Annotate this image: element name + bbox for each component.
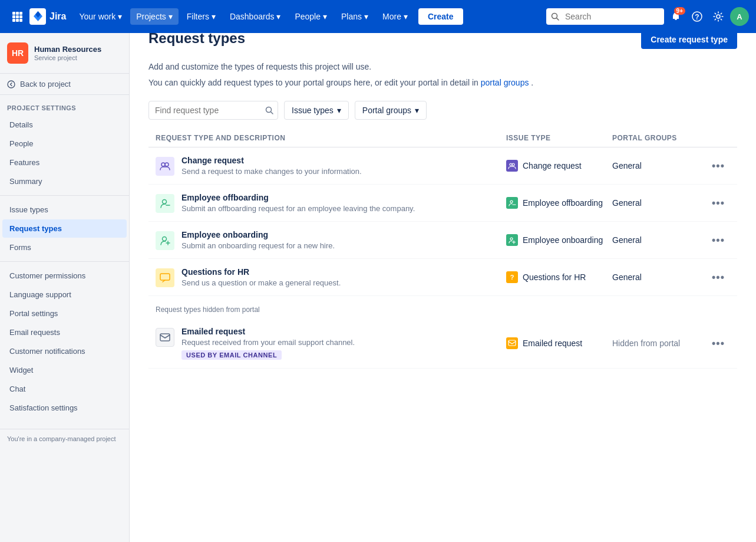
- chat-icon: [159, 272, 171, 284]
- search-filter[interactable]: [148, 101, 278, 120]
- hidden-section-label: Request types hidden from portal: [148, 296, 737, 318]
- issue-type-cell: Employee onboarding: [506, 234, 612, 246]
- svg-point-22: [163, 200, 167, 204]
- find-request-input[interactable]: [148, 101, 278, 120]
- issue-type-name: Change request: [523, 161, 582, 170]
- project-name: Human Resources: [34, 45, 101, 55]
- issue-type-cell: Change request: [506, 160, 612, 172]
- nav-more[interactable]: More ▾: [377, 8, 414, 25]
- nav-people[interactable]: People ▾: [289, 8, 333, 25]
- nav-filters[interactable]: Filters ▾: [181, 8, 222, 25]
- onboarding-icon: [156, 231, 174, 250]
- offboarding-icon: [156, 194, 174, 213]
- person-plus-icon: [159, 235, 171, 247]
- sidebar-item-chat[interactable]: Chat: [2, 380, 127, 383]
- more-options-button[interactable]: •••: [707, 232, 730, 249]
- nav-plans[interactable]: Plans ▾: [335, 8, 374, 25]
- request-type-cell: Change request Send a request to make ch…: [156, 156, 506, 176]
- portal-group: General: [612, 235, 707, 245]
- more-options-button[interactable]: •••: [707, 157, 730, 175]
- col-type-desc: Request type and description: [156, 134, 506, 142]
- nav-projects[interactable]: Projects ▾: [130, 8, 179, 25]
- chevron-down-icon: ▾: [323, 12, 327, 21]
- request-desc: Request received from your email support…: [181, 338, 355, 347]
- svg-rect-0: [12, 12, 15, 15]
- svg-rect-5: [19, 15, 22, 18]
- jira-logo[interactable]: Jira: [29, 8, 66, 25]
- search-icon: [265, 106, 273, 114]
- more-options-button[interactable]: •••: [707, 335, 730, 352]
- help-button[interactable]: ?: [688, 7, 707, 26]
- chevron-down-icon: ▾: [276, 12, 280, 21]
- sidebar-item-widget[interactable]: Widget: [2, 361, 127, 379]
- sidebar-item-people[interactable]: People: [2, 134, 127, 153]
- issue-type-name: Emailed request: [523, 339, 582, 348]
- sidebar-item-details[interactable]: Details: [2, 116, 127, 134]
- svg-point-29: [510, 238, 513, 240]
- sidebar-item-features[interactable]: Features: [2, 153, 127, 172]
- more-options-button[interactable]: •••: [707, 269, 730, 286]
- search-bar[interactable]: [546, 8, 664, 25]
- sidebar-item-language-support[interactable]: Language support: [2, 285, 127, 304]
- chevron-down-icon: ▾: [364, 12, 368, 21]
- request-type-cell: Questions for HR Send us a question or m…: [156, 267, 506, 287]
- sidebar-item-customer-permissions[interactable]: Customer permissions: [2, 267, 127, 285]
- svg-line-11: [557, 18, 559, 21]
- sidebar-item-summary[interactable]: Summary: [2, 172, 127, 190]
- sidebar-item-forms[interactable]: Forms: [2, 238, 127, 257]
- issue-type-icon: [506, 160, 518, 172]
- request-desc: Submit an onboarding request for a new h…: [181, 241, 335, 250]
- svg-rect-3: [12, 15, 15, 18]
- user-avatar[interactable]: A: [730, 7, 749, 26]
- sidebar-section-header: Project settings: [0, 95, 129, 115]
- notifications-button[interactable]: 9+: [666, 7, 685, 26]
- request-types-table: Request type and description Issue type …: [148, 129, 737, 369]
- main-content: Projects / Human Resources / Project set…: [130, 0, 756, 383]
- change-request-icon: [156, 157, 174, 176]
- people-icon: [159, 160, 171, 172]
- svg-rect-6: [12, 19, 15, 22]
- nav-dashboards[interactable]: Dashboards ▾: [224, 8, 287, 25]
- request-name: Emailed request: [181, 327, 355, 336]
- chevron-down-icon: ▾: [415, 106, 419, 115]
- issue-type-cell: ? Questions for HR: [506, 271, 612, 283]
- settings-button[interactable]: [709, 7, 728, 26]
- project-type: Service project: [34, 54, 101, 61]
- chevron-down-icon: ▾: [169, 12, 173, 21]
- sidebar-item-issue-types[interactable]: Issue types: [2, 201, 127, 219]
- portal-groups-filter[interactable]: Portal groups ▾: [355, 101, 427, 120]
- create-button[interactable]: Create: [418, 8, 463, 25]
- svg-rect-8: [19, 19, 22, 22]
- svg-point-24: [510, 201, 513, 203]
- table-header: Request type and description Issue type …: [148, 129, 737, 147]
- svg-point-21: [512, 163, 514, 166]
- search-input[interactable]: [546, 8, 664, 25]
- chevron-down-icon: ▾: [118, 12, 122, 21]
- svg-rect-32: [160, 274, 170, 280]
- sidebar-item-request-types[interactable]: Request types: [2, 219, 127, 238]
- issue-types-filter[interactable]: Issue types ▾: [284, 101, 349, 120]
- svg-point-19: [165, 163, 169, 166]
- request-desc: Send a request to make changes to your i…: [181, 167, 362, 176]
- sidebar-item-portal-settings[interactable]: Portal settings: [2, 304, 127, 323]
- back-to-project[interactable]: Back to project: [0, 74, 129, 95]
- grid-icon[interactable]: [7, 6, 27, 27]
- portal-groups-link[interactable]: portal groups: [481, 78, 529, 87]
- request-name: Questions for HR: [181, 267, 341, 277]
- svg-rect-1: [16, 12, 19, 15]
- svg-point-26: [163, 237, 167, 241]
- svg-rect-34: [509, 340, 516, 346]
- nav-your-work[interactable]: Your work ▾: [73, 8, 128, 25]
- more-options-button[interactable]: •••: [707, 195, 730, 212]
- table-row: Change request Send a request to make ch…: [148, 147, 737, 185]
- questions-icon: [156, 268, 174, 287]
- request-desc: Send us a question or make a general req…: [181, 278, 341, 287]
- table-row: Questions for HR Send us a question or m…: [148, 259, 737, 296]
- issue-type-icon: [506, 234, 518, 246]
- sidebar-item-email-requests[interactable]: Email requests: [2, 323, 127, 341]
- project-icon: HR: [7, 42, 28, 64]
- request-name: Employee offboarding: [181, 193, 415, 202]
- col-issue-type: Issue type: [506, 134, 612, 142]
- request-type-cell: Employee offboarding Submit an offboardi…: [156, 193, 506, 213]
- sidebar-item-customer-notifications[interactable]: Customer notifications: [2, 342, 127, 360]
